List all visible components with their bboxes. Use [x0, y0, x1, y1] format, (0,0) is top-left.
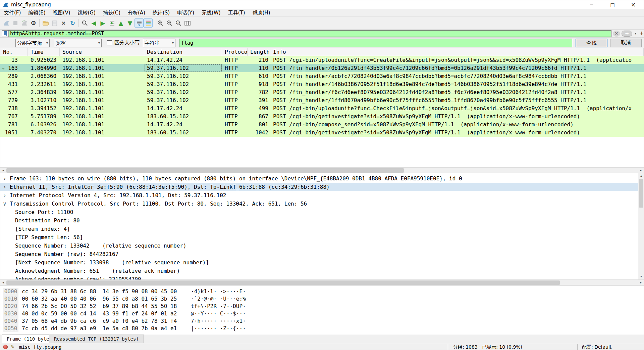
maximize-button[interactable]: □ [602, 0, 623, 9]
packet-row[interactable]: 7675.751789192.168.1.101183.60.15.162HTT… [0, 113, 644, 121]
find-input[interactable]: flag [179, 39, 572, 47]
packet-row[interactable]: 163→1.864990192.168.1.10159.37.116.102HT… [0, 64, 644, 72]
zoom-out-icon[interactable] [165, 18, 174, 28]
menu-item-2[interactable]: 视图(V) [49, 9, 74, 16]
menu-item-8[interactable]: 无线(W) [198, 9, 224, 16]
hex-row[interactable]: 003040 0d 0c 59 00 00 c4 14 43 99 f1 ef … [0, 310, 644, 317]
hex-row[interactable]: 001000 60 32 aa 40 00 40 06 96 55 c0 a8 … [0, 295, 644, 303]
hex-row[interactable]: 002074 66 2b 5c 00 50 32 52 b9 37 89 b8 … [0, 303, 644, 310]
close-file-icon[interactable]: × [59, 18, 68, 28]
capture-stop-icon [11, 18, 20, 28]
detail-line[interactable]: ∨Transmission Control Protocol, Src Port… [0, 200, 639, 208]
menu-item-10[interactable]: 帮助(H) [249, 9, 274, 16]
filter-apply-icon[interactable]: → [622, 31, 632, 37]
detail-line[interactable]: Source Port: 11100 [0, 208, 639, 216]
detail-line[interactable]: Sequence Number: 133042 (relative sequen… [0, 242, 639, 250]
scrollbar-thumb[interactable] [6, 168, 404, 173]
scrollbar-thumb[interactable] [639, 179, 643, 208]
close-button[interactable]: × [623, 0, 644, 9]
colorize-icon[interactable] [144, 18, 153, 28]
packet-row[interactable]: 7816.103926192.168.1.10114.17.42.24HTTP8… [0, 121, 644, 129]
expert-info-icon[interactable] [3, 345, 8, 349]
expand-closed-icon[interactable]: › [3, 183, 10, 191]
scroll-down-icon[interactable]: ▾ [638, 274, 644, 279]
filter-add-button[interactable]: + [639, 31, 644, 37]
display-filter-input[interactable]: http&&http.request.method==POST [2, 30, 611, 37]
hex-row[interactable]: 00507c cb d5 dd de 97 a3 e9 1e 5a c8 80 … [0, 325, 644, 332]
packet-row[interactable]: 4312.232611192.168.1.10159.37.116.102HTT… [0, 80, 644, 88]
expand-closed-icon[interactable]: › [3, 191, 10, 200]
menu-item-1[interactable]: 编辑(E) [24, 9, 49, 16]
minimize-button[interactable]: ─ [581, 0, 602, 9]
scroll-right-icon[interactable]: ▸ [638, 168, 644, 173]
column-header-source[interactable]: Source [60, 48, 144, 56]
menu-item-9[interactable]: 工具(T) [224, 9, 249, 16]
filter-bookmark-icon[interactable] [2, 31, 9, 37]
detail-line[interactable]: [Stream index: 4] [0, 225, 639, 233]
packet-destination: 59.37.116.102 [144, 96, 222, 104]
menu-item-6[interactable]: 统计(S) [149, 9, 173, 16]
scrollbar-thumb[interactable] [6, 280, 560, 285]
menu-item-4[interactable]: 捕获(C) [99, 9, 124, 16]
packet-row[interactable]: 7383.394152192.168.1.10114.17.42.24HTTP4… [0, 104, 644, 113]
zoom-in-icon[interactable] [156, 18, 165, 28]
hex-row[interactable]: 0000cc 34 29 6b 31 88 6c 88 14 3e f5 90 … [0, 288, 644, 295]
go-first-icon[interactable]: ▲ [116, 18, 125, 28]
cancel-button[interactable]: 取消 [610, 39, 642, 47]
byte-view-tab-1[interactable]: Reassembled TCP (132317 bytes) [49, 335, 144, 343]
packet-destination: 183.60.15.162 [144, 113, 222, 121]
zoom-reset-icon[interactable]: 1 [174, 18, 183, 28]
menu-item-0[interactable]: 文件(F) [0, 9, 24, 16]
find-packet-icon[interactable] [80, 18, 89, 28]
char-width-select[interactable]: 宽窄▾ [54, 39, 102, 47]
hex-bytes: 74 66 2b 5c 00 50 32 52 b9 37 89 b8 44 5… [22, 303, 177, 310]
detail-line[interactable]: ›Ethernet II, Src: IntelCor_3e:f5:90 (6c… [0, 183, 639, 191]
column-header-destination[interactable]: Destination [144, 48, 222, 56]
search-in-select[interactable]: 分组字节流▾ [15, 39, 50, 47]
resize-columns-icon[interactable] [183, 18, 192, 28]
filter-dropdown-icon[interactable]: ▾ [633, 31, 638, 37]
capture-comment-icon[interactable]: ✎ [10, 344, 14, 349]
go-forward-icon[interactable]: ▶ [98, 18, 107, 28]
packet-row[interactable]: 2892.068360192.168.1.10159.37.116.102HTT… [0, 72, 644, 80]
go-back-icon[interactable]: ◀ [89, 18, 98, 28]
detail-line[interactable]: [Next Sequence Number: 133098 (relative … [0, 258, 639, 267]
search-type-select[interactable]: 字符串▾ [143, 39, 175, 47]
status-profile[interactable]: 配置: Default [582, 344, 611, 350]
capture-options-icon[interactable]: ⚙ [29, 18, 38, 28]
packet-row[interactable]: 10517.403270192.168.1.101183.60.15.162HT… [0, 129, 644, 137]
scroll-left-icon[interactable]: ◂ [0, 168, 6, 173]
scroll-up-icon[interactable]: ▴ [638, 173, 644, 179]
expand-closed-icon[interactable]: › [3, 174, 10, 183]
detail-line[interactable]: Acknowledgment Number: 651 (relative ack… [0, 267, 639, 275]
detail-line[interactable]: ›Frame 163: 110 bytes on wire (880 bits)… [0, 174, 639, 183]
reload-icon[interactable]: ↻ [68, 18, 77, 28]
detail-line[interactable]: Sequence Number (raw): 844282167 [0, 250, 639, 258]
column-header-protocol[interactable]: Protocol [222, 48, 248, 56]
detail-line[interactable]: ›Internet Protocol Version 4, Src: 192.1… [0, 191, 639, 200]
menu-item-7[interactable]: 电话(Y) [173, 9, 198, 16]
scroll-right-icon[interactable]: ▸ [638, 280, 644, 286]
menu-item-3[interactable]: 跳转(G) [74, 9, 99, 16]
menu-item-5[interactable]: 分析(A) [124, 9, 149, 16]
expand-open-icon[interactable]: ∨ [3, 200, 10, 208]
go-to-packet-icon[interactable] [107, 18, 116, 28]
column-header-no[interactable]: No. [0, 48, 28, 56]
auto-scroll-icon[interactable] [135, 18, 144, 28]
find-button[interactable]: 查找 [576, 39, 607, 47]
case-sensitive-checkbox[interactable] [107, 40, 112, 45]
detail-line[interactable]: Acknowledgment number (raw): 3310554700 [0, 275, 639, 279]
filter-clear-icon[interactable]: ✕ [613, 31, 620, 37]
column-header-info[interactable]: Info [270, 48, 644, 56]
packet-row[interactable]: 130.925023192.168.1.10114.17.42.24HTTP21… [0, 56, 644, 64]
hex-row[interactable]: 004037 05 68 e4 db 9b ca c6 c9 a0 f0 e4 … [0, 317, 644, 325]
packet-row[interactable]: 7293.102710192.168.1.10159.37.116.102HTT… [0, 96, 644, 104]
detail-line[interactable]: [TCP Segment Len: 56] [0, 233, 639, 242]
open-file-icon[interactable] [41, 18, 50, 28]
go-last-icon[interactable]: ▼ [125, 18, 135, 28]
scroll-left-icon[interactable]: ◂ [0, 280, 6, 286]
column-header-time[interactable]: Time [28, 48, 60, 56]
packet-row[interactable]: 5772.364839192.168.1.10159.37.116.102HTT… [0, 88, 644, 96]
detail-line[interactable]: Destination Port: 80 [0, 216, 639, 225]
column-header-length[interactable]: Length [248, 48, 270, 56]
